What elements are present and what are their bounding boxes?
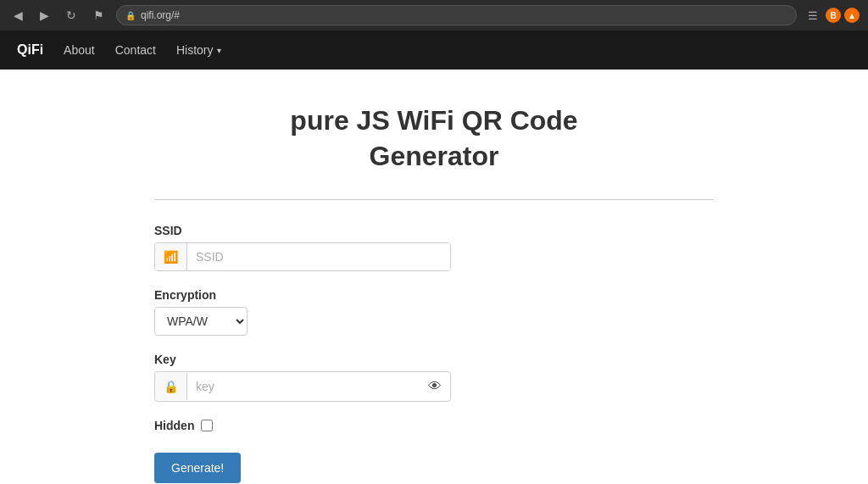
- navbar: QiFi About Contact History ▾: [0, 31, 868, 70]
- bookmark-button[interactable]: ⚑: [88, 5, 109, 25]
- signal-icon: 📶: [155, 243, 187, 270]
- page-title-line2: Generator: [370, 141, 499, 171]
- ssid-input[interactable]: [187, 243, 450, 270]
- page-title: pure JS WiFi QR Code Generator: [154, 103, 714, 174]
- hidden-checkbox[interactable]: [201, 420, 213, 431]
- brave-shield-icon: ▲: [844, 8, 860, 23]
- nav-brand[interactable]: QiFi: [17, 42, 43, 58]
- reload-button[interactable]: ↻: [61, 5, 81, 25]
- address-bar[interactable]: 🔒 qifi.org/#: [116, 5, 797, 25]
- hidden-label: Hidden: [154, 419, 194, 432]
- ssid-label: SSID: [154, 224, 714, 237]
- lock-input-icon: 🔒: [155, 373, 187, 400]
- nav-link-about[interactable]: About: [64, 40, 95, 60]
- ssid-input-wrapper: 📶: [154, 242, 451, 271]
- encryption-label: Encryption: [154, 288, 714, 302]
- key-input-wrapper: 🔒 👁: [154, 371, 451, 402]
- eye-icon[interactable]: 👁: [420, 372, 450, 401]
- hidden-row: Hidden: [154, 419, 714, 432]
- nav-dropdown-label: History: [176, 43, 214, 57]
- lock-icon: 🔒: [125, 11, 136, 20]
- main-content: pure JS WiFi QR Code Generator SSID 📶 En…: [137, 70, 731, 484]
- key-input[interactable]: [187, 373, 420, 400]
- page-title-line1: pure JS WiFi QR Code: [290, 105, 577, 136]
- generate-button[interactable]: Generate!: [154, 453, 241, 483]
- url-text: qifi.org/#: [141, 9, 787, 21]
- nav-dropdown-history[interactable]: History ▾: [176, 43, 221, 57]
- encryption-group: Encryption WPA/WPA2 WEP nopass: [154, 288, 714, 336]
- key-group: Key 🔒 👁: [154, 353, 714, 402]
- encryption-select[interactable]: WPA/WPA2 WEP nopass: [154, 307, 248, 336]
- key-label: Key: [154, 353, 714, 366]
- ssid-group: SSID 📶: [154, 224, 714, 271]
- chevron-down-icon: ▾: [217, 46, 221, 55]
- browser-actions: ☰ B ▲: [804, 7, 860, 25]
- back-button[interactable]: ◀: [8, 5, 28, 25]
- forward-button[interactable]: ▶: [35, 5, 54, 25]
- title-divider: [154, 199, 714, 200]
- extensions-button[interactable]: ☰: [804, 7, 822, 25]
- nav-link-contact[interactable]: Contact: [115, 40, 156, 60]
- brave-icon: B: [826, 8, 841, 23]
- browser-chrome: ◀ ▶ ↻ ⚑ 🔒 qifi.org/# ☰ B ▲: [0, 0, 868, 31]
